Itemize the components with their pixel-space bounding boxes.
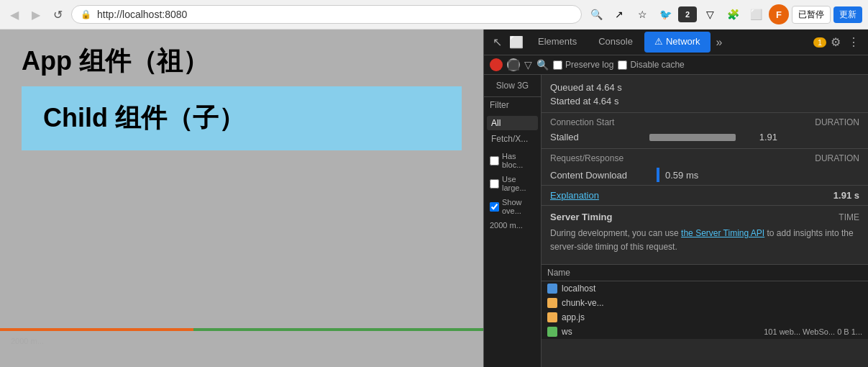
app-component: App 组件（祖） Child 组件（子）	[0, 30, 483, 172]
settings-icon[interactable]: ⚙	[828, 32, 844, 52]
server-timing-title: Server Timing	[550, 212, 612, 222]
ext2-icon[interactable]: 2	[678, 6, 697, 22]
show-overview-label: Show ove...	[502, 198, 535, 215]
timeline-label: 2000 m...	[11, 337, 44, 345]
duration-label: DURATION	[815, 117, 859, 127]
browser-chrome: ◀ ▶ ↺ 🔒 http://localhost:8080 🔍 ↗ ☆ 🐦 2 …	[0, 0, 868, 30]
localhost-label: localhost	[562, 284, 595, 294]
disable-cache-checkbox[interactable]: Disable cache	[618, 60, 684, 70]
request-response-header: Request/Response DURATION	[542, 148, 868, 165]
total-value: 1.91 s	[833, 190, 859, 201]
filter-buttons: All Fetch/X...	[484, 113, 541, 149]
has-blocked-checkbox[interactable]: Has bloc...	[484, 149, 541, 172]
filter-fetch[interactable]: Fetch/X...	[487, 132, 538, 146]
queued-text: Queued at 4.64 s	[542, 81, 868, 94]
network-toolbar: ⬛ ▽ 🔍 Preserve log Disable cache	[484, 55, 868, 75]
connection-start-label: Connection Start	[550, 117, 614, 127]
toolbar-icons: 🔍 ↗ ☆ 🐦 2 ▽ 🧩 ⬜ F 已暂停 更新	[586, 4, 862, 24]
timeline-value: 2000 m...	[484, 218, 541, 232]
time-col: TIME	[839, 212, 859, 222]
main-area: App 组件（祖） Child 组件（子） 2000 m... ↖ ⬜ Elem…	[0, 30, 868, 367]
appjs-icon	[547, 312, 557, 322]
paused-button[interactable]: 已暂停	[792, 6, 831, 24]
ext1-icon[interactable]: 🐦	[655, 4, 675, 24]
lock-icon: 🔒	[81, 9, 91, 19]
app-title: App 组件（祖）	[22, 44, 462, 79]
list-item-ws[interactable]: ws 101 web... WebSo... 0 B 1...	[542, 325, 868, 339]
stop-button[interactable]: ⬛	[507, 58, 520, 71]
network-sidebar: Slow 3G Filter All Fetch/X... Has bloc..…	[484, 75, 542, 367]
ws-info: 101 web... WebSo... 0 B 1...	[764, 327, 862, 336]
browser-toolbar: ◀ ▶ ↺ 🔒 http://localhost:8080 🔍 ↗ ☆ 🐦 2 …	[0, 0, 868, 30]
disable-cache-label: Disable cache	[630, 60, 684, 70]
explanation-row: Explanation 1.91 s	[542, 185, 868, 205]
stalled-bar	[649, 134, 736, 141]
ext4-icon[interactable]: 🧩	[723, 4, 743, 24]
list-item-localhost[interactable]: localhost	[542, 281, 868, 296]
started-text: Started at 4.64 s	[542, 94, 868, 112]
slow3g-button[interactable]: Slow 3G	[484, 75, 541, 97]
tab-elements[interactable]: Elements	[528, 32, 587, 53]
devtools-tabs: ↖ ⬜ Elements Console ⚠ Network » 1 ⚙ ⋮	[484, 30, 868, 55]
zoom-icon[interactable]: 🔍	[586, 4, 606, 24]
back-button[interactable]: ◀	[6, 6, 23, 23]
filter-all[interactable]: All	[487, 116, 538, 130]
tab-network[interactable]: ⚠ Network	[644, 32, 711, 53]
stalled-row: Stalled 1.91	[542, 129, 868, 145]
ws-icon	[547, 327, 557, 337]
tab-console[interactable]: Console	[588, 32, 643, 53]
list-item-chunk[interactable]: chunk-ve...	[542, 296, 868, 310]
network-main: Queued at 4.64 s Started at 4.64 s Conne…	[542, 75, 868, 367]
server-timing-text: During development, you can use	[550, 228, 681, 238]
error-badge: 1	[813, 37, 826, 47]
chunk-label: chunk-ve...	[562, 298, 604, 308]
show-overview-checkbox[interactable]: Show ove...	[484, 195, 541, 218]
list-item-appjs[interactable]: app.js	[542, 310, 868, 325]
content-download-label: Content Download	[550, 170, 651, 181]
devtools-panel: ↖ ⬜ Elements Console ⚠ Network » 1 ⚙ ⋮ ⬛…	[483, 30, 868, 367]
content-download-value: 0.59 ms	[665, 170, 698, 181]
stalled-value: 1.91	[741, 132, 777, 142]
ext3-icon[interactable]: ▽	[700, 4, 720, 24]
server-timing-body: During development, you can use the Serv…	[550, 222, 859, 258]
child-title: Child 组件（子）	[43, 101, 440, 136]
reload-button[interactable]: ↺	[49, 6, 67, 23]
name-col-label: Name	[547, 268, 570, 278]
tab-network-label: Network	[666, 36, 700, 47]
server-timing-section: Server Timing TIME During development, y…	[542, 205, 868, 264]
preserve-log-checkbox[interactable]: Preserve log	[553, 60, 613, 70]
connection-start-header: Connection Start DURATION	[542, 112, 868, 129]
timing-panel: Queued at 4.64 s Started at 4.64 s Conne…	[542, 75, 868, 367]
duration-label2: DURATION	[815, 153, 859, 163]
update-button[interactable]: 更新	[833, 6, 862, 23]
menu-icon[interactable]: ⋮	[845, 32, 862, 52]
use-large-checkbox[interactable]: Use large...	[484, 172, 541, 195]
page-content: App 组件（祖） Child 组件（子） 2000 m...	[0, 30, 483, 367]
device-icon[interactable]: ⬜	[506, 32, 526, 52]
warning-icon: ⚠	[654, 36, 663, 47]
more-tabs-button[interactable]: »	[712, 33, 727, 52]
timeline-bar	[0, 328, 483, 331]
ws-label: ws	[562, 327, 572, 337]
star-icon[interactable]: ☆	[632, 4, 652, 24]
name-header: Name	[542, 265, 868, 281]
chunk-icon	[547, 298, 557, 308]
window-icon[interactable]: ⬜	[746, 4, 766, 24]
cursor-icon[interactable]: ↖	[490, 32, 505, 52]
server-timing-api-link[interactable]: the Server Timing API	[681, 228, 764, 238]
use-large-label: Use large...	[502, 175, 535, 192]
forward-button[interactable]: ▶	[27, 6, 45, 23]
search-icon[interactable]: 🔍	[536, 59, 549, 71]
localhost-icon	[547, 284, 557, 294]
filter-icon[interactable]: ▽	[524, 59, 532, 71]
filter-label: Filter	[484, 97, 541, 113]
url-text: http://localhost:8080	[97, 9, 572, 20]
user-avatar[interactable]: F	[769, 4, 789, 24]
share-icon[interactable]: ↗	[609, 4, 629, 24]
network-content: Slow 3G Filter All Fetch/X... Has bloc..…	[484, 75, 868, 367]
content-download-bar	[657, 168, 659, 182]
explanation-link[interactable]: Explanation	[550, 190, 599, 201]
child-component: Child 组件（子）	[22, 86, 462, 150]
address-bar[interactable]: 🔒 http://localhost:8080	[71, 5, 582, 24]
record-button[interactable]	[490, 58, 503, 71]
